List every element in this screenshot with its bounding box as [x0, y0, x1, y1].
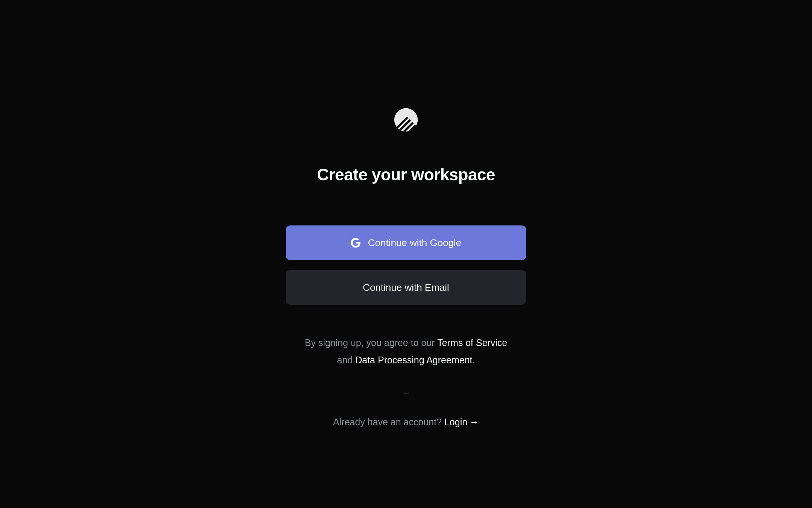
login-link[interactable]: Login→	[444, 417, 479, 427]
signup-container: Create your workspace Continue with Goog…	[286, 105, 526, 428]
linear-logo-icon	[391, 105, 421, 135]
login-prompt-text: Already have an account?	[333, 417, 444, 427]
continue-with-google-button[interactable]: Continue with Google	[286, 225, 526, 260]
legal-prefix: By signing up, you agree to our	[305, 337, 438, 348]
legal-and: and	[337, 355, 356, 365]
google-icon	[351, 238, 361, 248]
page-title: Create your workspace	[317, 165, 495, 184]
divider: –	[403, 387, 409, 398]
legal-period: .	[472, 355, 475, 365]
login-prompt: Already have an account? Login→	[333, 417, 479, 428]
auth-buttons: Continue with Google Continue with Email	[286, 225, 526, 305]
dpa-link[interactable]: Data Processing Agreement	[355, 355, 472, 365]
arrow-right-icon: →	[470, 417, 479, 428]
terms-of-service-link[interactable]: Terms of Service	[437, 337, 507, 348]
legal-text: By signing up, you agree to our Terms of…	[305, 334, 508, 369]
google-button-label: Continue with Google	[368, 237, 462, 249]
email-button-label: Continue with Email	[363, 282, 449, 293]
continue-with-email-button[interactable]: Continue with Email	[286, 270, 526, 305]
